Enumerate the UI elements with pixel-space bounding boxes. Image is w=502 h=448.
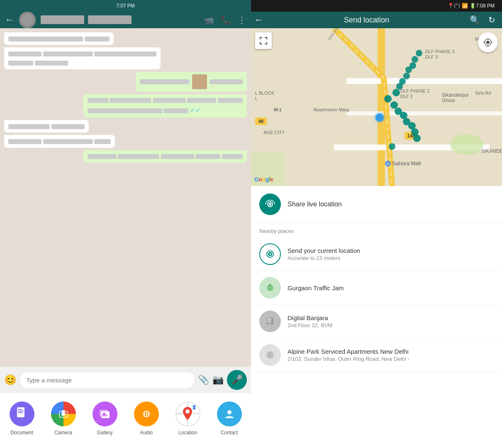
- banjara-location-sub: 2nd Floor 22, BVM: [288, 322, 332, 328]
- emoji-icon[interactable]: 😊: [4, 374, 17, 386]
- location-back-button[interactable]: ←: [254, 15, 263, 25]
- attach-contact[interactable]: Contact: [217, 401, 242, 436]
- svg-text:Siris Rd: Siris Rd: [475, 91, 491, 95]
- camera-attach-icon: [51, 401, 76, 426]
- attach-icon[interactable]: 📎: [198, 375, 209, 385]
- message-bubble: [4, 47, 161, 69]
- mic-button[interactable]: 🎤: [227, 370, 247, 390]
- svg-text:Sahora Mall: Sahora Mall: [392, 160, 421, 166]
- status-bar-right: 📍 📳📶🔋 7:08 PM: [251, 0, 502, 12]
- current-location-icon: [259, 243, 281, 265]
- traffic-icon: [259, 277, 281, 299]
- message-bubble: [4, 135, 115, 147]
- attach-document[interactable]: Document: [10, 401, 34, 436]
- svg-text:DLF PHASE 2: DLF PHASE 2: [400, 88, 429, 93]
- svg-point-63: [403, 73, 410, 79]
- svg-text:M-1: M-1: [274, 107, 282, 112]
- building-icon: [259, 311, 281, 332]
- svg-point-65: [409, 62, 416, 69]
- svg-rect-4: [18, 409, 22, 410]
- svg-text:Ghosi: Ghosi: [442, 98, 455, 103]
- svg-text:DLF  3: DLF 3: [425, 54, 438, 59]
- svg-point-53: [390, 101, 398, 109]
- message-input[interactable]: [20, 372, 195, 388]
- svg-rect-86: [270, 321, 271, 322]
- chat-messages: ✓✓: [0, 28, 251, 367]
- attach-gallery[interactable]: Gallery: [93, 401, 117, 436]
- document-icon: [10, 401, 34, 426]
- current-location-name: Send your current location: [288, 247, 360, 254]
- right-header-icons: 🔍 ↻: [470, 15, 495, 25]
- message-bubble: [4, 32, 114, 45]
- svg-text:A: A: [387, 162, 389, 166]
- attachment-panel: Document Camera Gallery Audio: [0, 393, 251, 448]
- svg-rect-2: [192, 74, 207, 89]
- menu-icon[interactable]: ⋮: [238, 15, 246, 25]
- svg-rect-5: [18, 411, 24, 411]
- apartment-icon: [259, 344, 281, 366]
- video-call-icon[interactable]: 📹: [204, 15, 214, 25]
- contact-name: ████ ████: [41, 16, 199, 24]
- list-item[interactable]: Gurgaon Traffic Jam: [251, 271, 502, 305]
- svg-rect-1: [21, 14, 34, 26]
- refresh-icon[interactable]: ↻: [488, 15, 495, 25]
- alpine-location-sub: 2/103, Sunder Vihar, Outer Ring Road, Ne…: [288, 356, 409, 362]
- current-location-details: Send your current location Accurate to 2…: [288, 247, 360, 261]
- search-icon[interactable]: 🔍: [470, 15, 480, 25]
- svg-text:AGE CITY: AGE CITY: [263, 130, 285, 135]
- svg-rect-85: [268, 321, 269, 322]
- banjara-location-name: Digital Banjara: [288, 314, 332, 321]
- svg-point-71: [486, 41, 490, 44]
- fullscreen-button[interactable]: [255, 32, 272, 49]
- table-row: [4, 47, 247, 69]
- map-view[interactable]: 148 48 M-1 DLF PHASE 3 DLF 3 DLF PHASE 2…: [251, 28, 502, 186]
- message-bubble: ✓✓: [83, 94, 247, 118]
- location-title: Send location: [268, 16, 465, 24]
- header-icons: 📹 📞 ⋮: [204, 15, 246, 25]
- svg-point-67: [416, 50, 422, 56]
- svg-rect-83: [268, 318, 269, 320]
- svg-point-52: [384, 95, 392, 103]
- location-panel: 📍 📳📶🔋 7:08 PM ← Send location 🔍 ↻: [251, 0, 502, 448]
- svg-rect-6: [18, 412, 23, 413]
- message-bubble: [83, 150, 247, 163]
- svg-point-22: [227, 410, 232, 414]
- share-live-location-item[interactable]: Share live location: [251, 186, 502, 223]
- location-label: Location: [178, 430, 197, 436]
- table-row: [4, 72, 247, 92]
- svg-rect-87: [268, 323, 271, 325]
- traffic-location-name: Gurgaon Traffic Jam: [288, 284, 344, 291]
- contact-icon: [217, 401, 242, 426]
- call-icon[interactable]: 📞: [221, 15, 231, 25]
- table-row: ✓✓: [4, 94, 247, 118]
- svg-rect-10: [62, 410, 65, 411]
- svg-point-78: [269, 203, 271, 206]
- message-bubble: [4, 120, 89, 132]
- input-bar: 😊 📎 📷 🎤: [0, 367, 251, 393]
- avatar: [19, 12, 36, 28]
- attach-location[interactable]: Location: [175, 401, 200, 436]
- contact-info: ████ ████: [41, 16, 199, 24]
- document-label: Document: [10, 430, 33, 436]
- svg-text:L: L: [255, 96, 258, 101]
- svg-point-88: [266, 351, 274, 359]
- attach-camera[interactable]: Camera: [51, 401, 76, 436]
- camera-icon[interactable]: 📷: [212, 375, 224, 385]
- list-item[interactable]: Digital Banjara 2nd Floor 22, BVM: [251, 305, 502, 338]
- back-button[interactable]: ←: [5, 15, 14, 25]
- table-row: [4, 32, 247, 45]
- attach-audio[interactable]: Audio: [134, 401, 159, 436]
- location-list: Share live location Nearby places Send y…: [251, 186, 502, 448]
- current-location-item[interactable]: Send your current location Accurate to 2…: [251, 237, 502, 271]
- gallery-label: Gallery: [97, 430, 112, 436]
- gallery-icon: [93, 401, 117, 426]
- location-icon: [175, 401, 200, 426]
- contact-label: Contact: [221, 430, 238, 436]
- svg-point-70: [374, 112, 385, 123]
- table-row: [4, 150, 247, 163]
- google-logo: Google: [254, 176, 273, 183]
- list-item[interactable]: Alpine Park Serviced Apartments New Delh…: [251, 338, 502, 372]
- table-row: [4, 120, 247, 132]
- my-location-button[interactable]: [478, 32, 498, 52]
- svg-point-62: [399, 78, 406, 85]
